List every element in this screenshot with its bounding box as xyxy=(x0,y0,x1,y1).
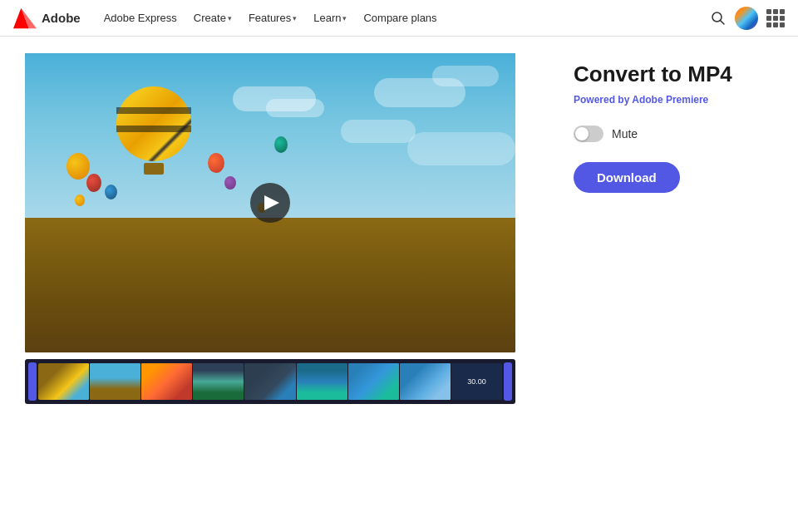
adobe-logo[interactable]: Adobe xyxy=(13,7,81,30)
timeline-handle-left[interactable] xyxy=(28,362,37,401)
nav-items: Adobe Express Create ▾ Features ▾ Learn … xyxy=(97,8,693,27)
create-chevron-icon: ▾ xyxy=(228,14,232,22)
timeline-thumbnails: 30.00 xyxy=(38,363,502,400)
adobe-text: Adobe xyxy=(42,11,81,25)
cloud-2 xyxy=(266,99,324,117)
balloon-sm-8 xyxy=(274,136,288,153)
nav-item-express[interactable]: Adobe Express xyxy=(97,8,184,27)
mute-label: Mute xyxy=(612,127,638,140)
toggle-knob xyxy=(575,127,589,140)
nav-item-learn[interactable]: Learn ▾ xyxy=(307,8,353,27)
search-icon[interactable] xyxy=(710,10,727,27)
brand-name: Adobe Premiere xyxy=(632,94,708,106)
left-panel: 30.00 xyxy=(25,53,549,532)
cloud-5 xyxy=(432,66,499,86)
navbar: Adobe Adobe Express Create ▾ Features ▾ … xyxy=(0,0,798,37)
thumb-4 xyxy=(193,363,244,400)
thumb-2 xyxy=(90,363,140,400)
balloon-body xyxy=(116,86,191,161)
nav-item-create[interactable]: Create ▾ xyxy=(187,8,239,27)
thumb-8 xyxy=(400,363,451,400)
mute-row: Mute xyxy=(574,126,773,142)
features-chevron-icon: ▾ xyxy=(293,14,297,22)
svg-line-3 xyxy=(721,20,725,24)
balloon-stripe-2 xyxy=(116,126,191,132)
avatar[interactable] xyxy=(735,7,758,30)
balloon-basket xyxy=(144,163,164,175)
right-panel: Convert to MP4 Powered by Adobe Premiere… xyxy=(574,53,773,532)
main-balloon xyxy=(116,86,191,178)
download-button[interactable]: Download xyxy=(574,162,680,193)
thumb-5 xyxy=(244,363,295,400)
video-preview[interactable] xyxy=(25,53,515,352)
video-ground xyxy=(25,218,515,352)
page-title: Convert to MP4 xyxy=(574,62,773,87)
mute-toggle[interactable] xyxy=(574,126,603,142)
main-content: 30.00 Convert to MP4 Powered by Adobe Pr… xyxy=(0,37,798,532)
nav-item-features[interactable]: Features ▾ xyxy=(242,8,303,27)
cloud-3 xyxy=(341,120,416,143)
frame-count-label: 30.00 xyxy=(467,377,486,386)
thumb-3 xyxy=(141,363,192,400)
thumb-9: 30.00 xyxy=(451,363,502,400)
balloon-sm-3 xyxy=(105,185,117,200)
cloud-6 xyxy=(407,132,515,165)
thumb-7 xyxy=(348,363,399,400)
play-button[interactable] xyxy=(250,183,290,223)
play-triangle-icon xyxy=(264,195,279,210)
nav-item-compare[interactable]: Compare plans xyxy=(357,8,443,27)
balloon-stripe-1 xyxy=(116,107,191,114)
learn-chevron-icon: ▾ xyxy=(342,14,347,22)
thumb-1 xyxy=(38,363,89,400)
balloon-sm-6 xyxy=(224,176,236,190)
balloon-sm-1 xyxy=(66,153,90,180)
adobe-logo-icon xyxy=(13,7,37,30)
balloon-sm-2 xyxy=(86,174,101,192)
apps-grid-icon[interactable] xyxy=(766,9,785,27)
thumb-6 xyxy=(297,363,347,400)
balloon-sm-5 xyxy=(208,153,224,173)
timeline-handle-right[interactable] xyxy=(504,362,512,401)
timeline[interactable]: 30.00 xyxy=(25,359,515,404)
powered-by-text: Powered by Adobe Premiere xyxy=(574,94,773,106)
balloon-sm-4 xyxy=(75,195,85,206)
nav-right xyxy=(710,7,785,30)
